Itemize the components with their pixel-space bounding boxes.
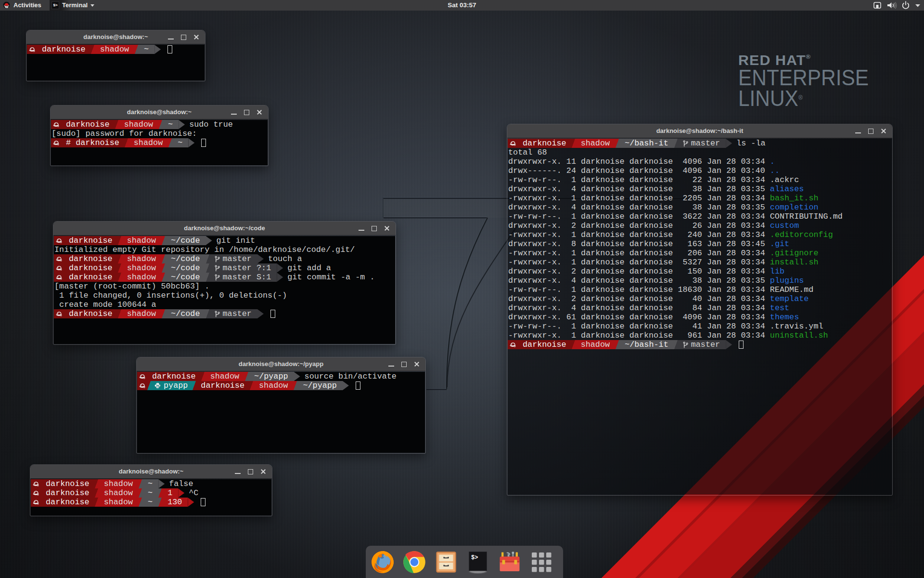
- svg-text:$>: $>: [471, 554, 478, 561]
